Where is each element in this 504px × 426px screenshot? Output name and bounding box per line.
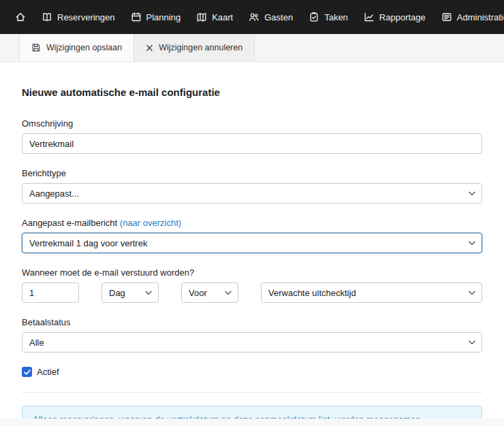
clipboard-icon — [309, 12, 319, 22]
schedule-reference-select[interactable]: Verwachte uitchecktijd — [261, 282, 482, 303]
nav-item-kaart[interactable]: Kaart — [196, 12, 233, 22]
nav-item-label: Administratie — [457, 12, 504, 22]
custom-email-overview-link[interactable]: (naar overzicht) — [120, 218, 181, 228]
nav-item-rapportage[interactable]: Rapportage — [364, 12, 426, 22]
message-type-select-wrap: Aangepast... — [22, 183, 482, 203]
payment-status-select[interactable]: Alle — [22, 332, 482, 353]
divider — [22, 392, 482, 393]
book-icon — [42, 12, 52, 22]
active-checkbox-row[interactable]: Actief — [22, 367, 482, 377]
cancel-changes-label: Wijzigingen annuleren — [159, 43, 242, 52]
calendar-icon — [131, 12, 142, 22]
custom-email-select[interactable]: Vertrekmail 1 dag voor vertrek — [22, 233, 482, 253]
nav-item-label: Taken — [324, 12, 348, 22]
field-payment-status: Betaalstatus Alle — [22, 317, 482, 353]
nav-item-label: Rapportage — [379, 12, 426, 22]
nav-item-label: Gasten — [264, 12, 293, 22]
custom-email-label: Aangepast e-mailbericht (naar overzicht) — [22, 218, 482, 228]
description-label: Omschrijving — [22, 118, 482, 129]
cancel-changes-button[interactable]: Wijzigingen annuleren — [134, 34, 255, 61]
top-navigation: Reserveringen Planning Kaart Gasten Take… — [0, 0, 504, 34]
nav-item-label: Kaart — [212, 12, 233, 22]
users-icon — [249, 12, 259, 22]
newspaper-icon — [441, 12, 452, 22]
nav-item-reserveringen[interactable]: Reserveringen — [42, 12, 115, 22]
map-icon — [196, 12, 207, 22]
main-content: Nieuwe automatische e-mail configuratie … — [0, 62, 504, 426]
field-message-type: Berichttype Aangepast... — [22, 168, 482, 203]
schedule-direction-select-wrap: Voor — [181, 282, 238, 303]
page-title: Nieuwe automatische e-mail configuratie — [22, 86, 482, 98]
field-schedule: Wanneer moet de e-mail verstuurd worden?… — [22, 267, 482, 303]
custom-email-select-wrap: Vertrekmail 1 dag voor vertrek — [22, 233, 482, 253]
active-checkbox-label: Actief — [37, 367, 59, 377]
nav-item-planning[interactable]: Planning — [131, 12, 181, 22]
message-type-select[interactable]: Aangepast... — [22, 183, 482, 203]
schedule-amount-input[interactable] — [22, 282, 79, 303]
home-icon — [15, 12, 26, 22]
schedule-reference-select-wrap: Verwachte uitchecktijd — [261, 282, 482, 303]
nav-item-gasten[interactable]: Gasten — [249, 12, 293, 22]
message-type-label: Berichttype — [22, 168, 482, 178]
payment-status-label: Betaalstatus — [22, 317, 482, 327]
schedule-label: Wanneer moet de e-mail verstuurd worden? — [22, 267, 482, 278]
description-input[interactable] — [22, 133, 482, 154]
chart-icon — [364, 12, 375, 22]
close-icon — [146, 44, 153, 52]
nav-item-home[interactable] — [15, 12, 26, 22]
save-changes-label: Wijzigingen opslaan — [46, 43, 122, 52]
field-custom-email: Aangepast e-mailbericht (naar overzicht)… — [22, 218, 482, 253]
save-changes-button[interactable]: Wijzigingen opslaan — [19, 34, 134, 61]
schedule-direction-select[interactable]: Voor — [181, 282, 238, 303]
nav-item-administratie[interactable]: Administratie — [441, 12, 504, 22]
custom-email-label-text: Aangepast e-mailbericht — [22, 218, 120, 228]
save-icon — [31, 43, 41, 52]
schedule-row: Dag Voor Verwachte uitchecktijd — [22, 282, 482, 303]
payment-status-select-wrap: Alle — [22, 332, 482, 353]
field-description: Omschrijving — [22, 118, 482, 154]
nav-item-taken[interactable]: Taken — [309, 12, 348, 22]
schedule-unit-select-wrap: Dag — [101, 282, 159, 303]
nav-item-label: Reserveringen — [57, 12, 115, 22]
nav-item-label: Planning — [146, 12, 181, 22]
active-checkbox[interactable] — [22, 367, 32, 377]
footer-strip — [0, 419, 504, 426]
actions-toolbar: Wijzigingen opslaan Wijzigingen annulere… — [0, 34, 504, 62]
schedule-unit-select[interactable]: Dag — [101, 282, 159, 303]
